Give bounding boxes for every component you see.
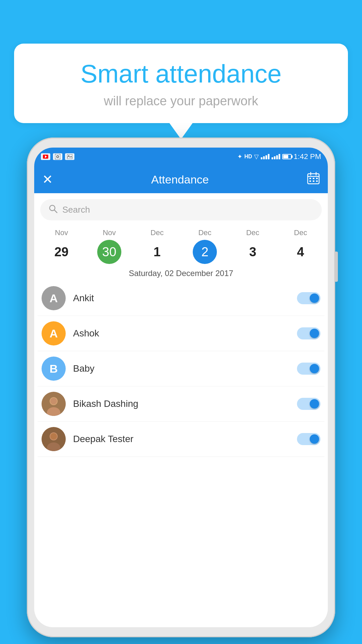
- search-bar[interactable]: Search: [40, 199, 322, 220]
- status-time: 1:42 PM: [294, 152, 321, 161]
- person-name-deepak: Deepak Tester: [73, 434, 290, 444]
- attendance-item-baby: B Baby: [38, 351, 324, 386]
- avatar-baby: B: [42, 357, 66, 381]
- toggle-ankit[interactable]: [297, 292, 320, 304]
- battery-fill: [283, 155, 288, 158]
- date-item-6[interactable]: Dec 4: [286, 228, 316, 264]
- avatar-ashok: A: [42, 321, 66, 345]
- attendance-item-bikash: Bikash Dashing: [38, 386, 324, 422]
- phone-screen: ✦ HD ▽ 1:42 PM: [34, 148, 328, 627]
- phone-frame: ✦ HD ▽ 1:42 PM: [27, 138, 335, 637]
- avatar-bikash: [42, 392, 66, 416]
- hd-badge: HD: [244, 154, 252, 160]
- attendance-item-ashok: A Ashok: [38, 316, 324, 351]
- status-bar: ✦ HD ▽ 1:42 PM: [34, 148, 328, 166]
- svg-rect-14: [313, 180, 314, 182]
- status-icons-left: [41, 153, 74, 160]
- settings-icon: [53, 153, 62, 160]
- search-icon: [48, 204, 58, 216]
- attendance-item-ankit: A Ankit: [38, 281, 324, 316]
- svg-rect-12: [316, 178, 318, 179]
- toggle-baby[interactable]: [297, 363, 320, 375]
- toggle-bikash[interactable]: [297, 398, 320, 410]
- avatar-ankit: A: [42, 286, 66, 310]
- attendance-list: A Ankit A Ashok B Baby: [34, 281, 328, 457]
- svg-point-21: [50, 398, 57, 405]
- svg-line-17: [54, 210, 57, 213]
- person-name-bikash: Bikash Dashing: [73, 398, 290, 409]
- date-item-5[interactable]: Dec 3: [238, 228, 268, 264]
- svg-rect-15: [316, 180, 318, 182]
- selected-date-label: Saturday, 02 December 2017: [34, 264, 328, 281]
- svg-rect-13: [309, 180, 311, 182]
- image-icon: [65, 153, 74, 160]
- bubble-subtitle: will replace your paperwork: [34, 94, 328, 108]
- signal-bars-1: [261, 154, 269, 159]
- date-row: Nov 29 Nov 30 Dec 1 Dec 2 Dec 3: [36, 228, 326, 264]
- battery-icon: [282, 154, 292, 159]
- attendance-item-deepak: Deepak Tester: [38, 422, 324, 457]
- app-header: ✕ Attendance: [34, 166, 328, 193]
- svg-point-25: [50, 433, 57, 440]
- speech-bubble: Smart attendance will replace your paper…: [14, 44, 348, 123]
- toggle-ashok[interactable]: [297, 327, 320, 339]
- svg-rect-10: [309, 178, 311, 179]
- status-icons-right: ✦ HD ▽ 1:42 PM: [237, 152, 321, 161]
- date-item-2[interactable]: Nov 30: [94, 228, 124, 264]
- avatar-deepak: [42, 427, 66, 451]
- person-name-ankit: Ankit: [73, 293, 290, 304]
- date-item-4[interactable]: Dec 2: [190, 228, 220, 264]
- person-name-ashok: Ashok: [73, 328, 290, 339]
- search-placeholder: Search: [62, 205, 314, 215]
- youtube-icon: [41, 153, 50, 160]
- close-button[interactable]: ✕: [42, 172, 53, 187]
- date-picker: Nov 29 Nov 30 Dec 1 Dec 2 Dec 3: [34, 225, 328, 264]
- toggle-deepak[interactable]: [297, 433, 320, 445]
- date-item-1[interactable]: Nov 29: [46, 228, 76, 264]
- svg-point-2: [57, 156, 59, 158]
- svg-rect-3: [55, 154, 60, 159]
- person-name-baby: Baby: [73, 363, 290, 374]
- date-item-3[interactable]: Dec 1: [142, 228, 172, 264]
- bubble-title: Smart attendance: [34, 60, 328, 88]
- app-title: Attendance: [151, 173, 209, 186]
- svg-rect-11: [313, 178, 314, 179]
- calendar-button[interactable]: [307, 172, 320, 187]
- phone-side-button: [335, 252, 338, 282]
- wifi-icon: ▽: [254, 153, 259, 160]
- bluetooth-icon: ✦: [237, 153, 242, 160]
- signal-bars-2: [272, 154, 280, 159]
